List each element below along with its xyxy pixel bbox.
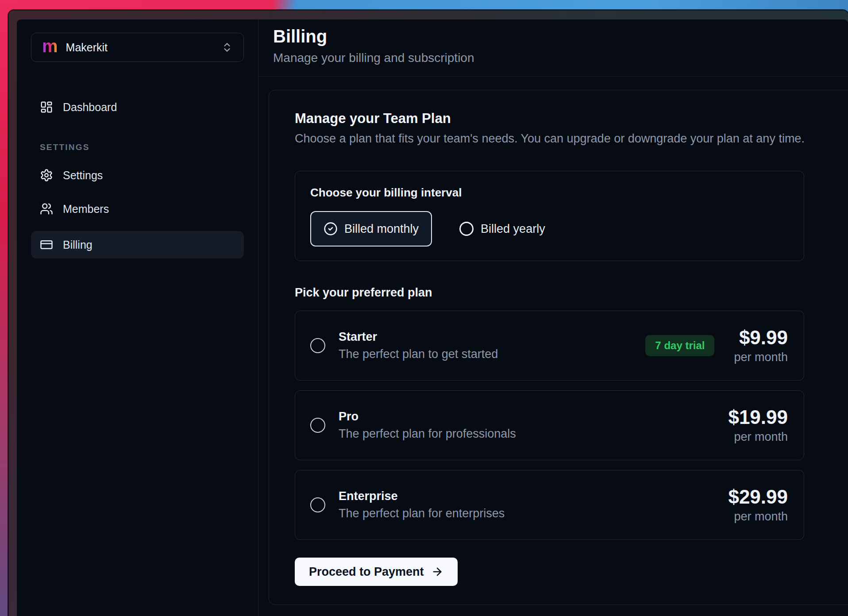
plan-description: The perfect plan for enterprises bbox=[339, 506, 505, 521]
sidebar-item-members[interactable]: Members bbox=[31, 197, 244, 220]
price-block: $29.99 per month bbox=[728, 486, 788, 524]
plan-row-pro[interactable]: Pro The perfect plan for professionals $… bbox=[295, 390, 804, 460]
workspace-switcher[interactable]: m Makerkit bbox=[31, 33, 244, 62]
page-header: Billing Manage your billing and subscrip… bbox=[258, 19, 848, 77]
sidebar-item-settings[interactable]: Settings bbox=[31, 164, 244, 187]
card-title: Manage your Team Plan bbox=[295, 111, 848, 127]
plan-description: The perfect plan to get started bbox=[339, 347, 498, 362]
plan-name: Pro bbox=[339, 409, 516, 424]
check-circle-icon bbox=[324, 222, 338, 236]
sidebar-section-label: SETTINGS bbox=[31, 142, 244, 152]
sidebar-nav: Dashboard SETTINGS Settings Members bbox=[31, 96, 244, 258]
plan-price: $9.99 bbox=[734, 327, 788, 348]
plan-period: per month bbox=[734, 350, 788, 364]
main-area: Billing Manage your billing and subscrip… bbox=[258, 19, 848, 616]
sidebar-item-label: Settings bbox=[63, 169, 103, 182]
plan-period: per month bbox=[728, 430, 788, 444]
plan-price: $29.99 bbox=[728, 486, 788, 508]
price-block: $19.99 per month bbox=[728, 407, 788, 444]
plan-texts: Pro The perfect plan for professionals bbox=[339, 409, 516, 441]
page-title: Billing bbox=[273, 26, 848, 47]
plan-row-starter[interactable]: Starter The perfect plan to get started … bbox=[295, 311, 804, 381]
team-plan-card: Manage your Team Plan Choose a plan that… bbox=[269, 90, 848, 605]
sidebar-item-label: Billing bbox=[63, 239, 93, 251]
radio-circle-icon[interactable] bbox=[310, 338, 325, 353]
billing-interval-box: Choose your billing interval Billed mont… bbox=[295, 171, 804, 261]
plan-row-enterprise[interactable]: Enterprise The perfect plan for enterpri… bbox=[295, 470, 804, 540]
makerkit-logo-icon: m bbox=[42, 37, 58, 55]
users-icon bbox=[40, 202, 53, 216]
arrow-right-icon bbox=[431, 566, 443, 578]
chevrons-up-down-icon bbox=[221, 42, 233, 53]
plan-price: $19.99 bbox=[728, 407, 788, 428]
price-block: $9.99 per month bbox=[734, 327, 788, 364]
card-subtitle: Choose a plan that fits your team's need… bbox=[295, 131, 848, 146]
proceed-to-payment-label: Proceed to Payment bbox=[309, 565, 424, 579]
plan-texts: Starter The perfect plan to get started bbox=[339, 330, 498, 362]
billed-monthly-option[interactable]: Billed monthly bbox=[310, 211, 432, 246]
billed-monthly-label: Billed monthly bbox=[344, 222, 419, 236]
proceed-to-payment-button[interactable]: Proceed to Payment bbox=[295, 558, 458, 586]
credit-card-icon bbox=[40, 238, 53, 251]
plan-name: Enterprise bbox=[339, 489, 505, 504]
plan-description: The perfect plan for professionals bbox=[339, 427, 516, 441]
page-subtitle: Manage your billing and subscription bbox=[273, 50, 848, 65]
billed-yearly-option[interactable]: Billed yearly bbox=[459, 222, 545, 236]
dashboard-icon bbox=[40, 100, 53, 114]
plan-texts: Enterprise The perfect plan for enterpri… bbox=[339, 489, 505, 521]
sidebar-item-label: Dashboard bbox=[63, 101, 117, 114]
plan-name: Starter bbox=[339, 330, 498, 344]
radio-circle-icon[interactable] bbox=[310, 497, 325, 512]
trial-badge: 7 day trial bbox=[645, 335, 714, 356]
billing-interval-options: Billed monthly Billed yearly bbox=[310, 211, 789, 246]
app-window: m Makerkit Dashboard SETTINGS bbox=[9, 11, 848, 616]
gear-icon bbox=[40, 169, 53, 182]
billed-yearly-label: Billed yearly bbox=[481, 222, 545, 236]
sidebar-item-billing[interactable]: Billing bbox=[31, 231, 244, 258]
sidebar-item-label: Members bbox=[63, 203, 109, 216]
plans-label: Pick your preferred plan bbox=[295, 285, 848, 300]
radio-circle-icon bbox=[459, 222, 474, 236]
workspace-name: Makerkit bbox=[66, 41, 213, 54]
billing-interval-label: Choose your billing interval bbox=[310, 185, 789, 200]
plans-list: Starter The perfect plan to get started … bbox=[295, 311, 848, 540]
app-content: m Makerkit Dashboard SETTINGS bbox=[17, 19, 848, 616]
sidebar: m Makerkit Dashboard SETTINGS bbox=[17, 19, 258, 616]
sidebar-item-dashboard[interactable]: Dashboard bbox=[31, 96, 244, 119]
radio-circle-icon[interactable] bbox=[310, 418, 325, 433]
plan-period: per month bbox=[728, 509, 788, 524]
